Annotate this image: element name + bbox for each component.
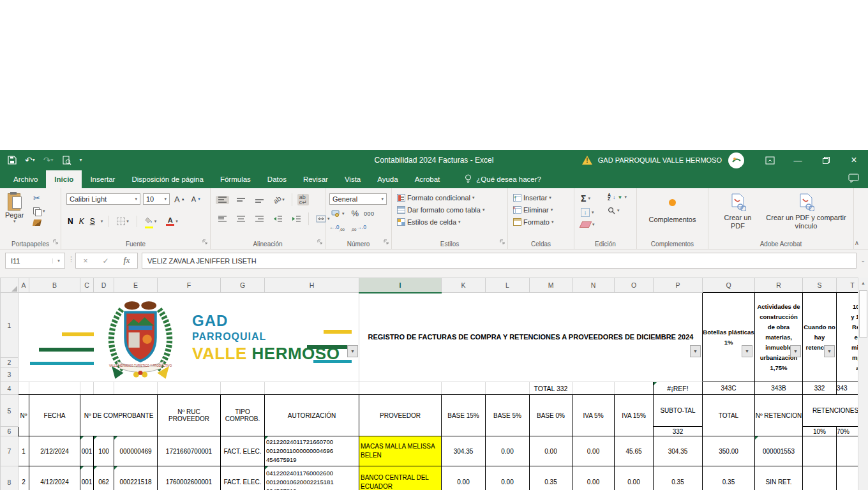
italic-button[interactable]: K [79, 217, 84, 226]
increase-decimal-icon[interactable]: ←.0,00 [329, 224, 345, 232]
header-autorizacion[interactable]: AUTORIZACIÓN [265, 395, 359, 436]
find-select-icon[interactable]: ▾ [608, 207, 627, 214]
cell-r7-proveedor[interactable]: MACAS MALLA MELISSA BELEN [359, 436, 442, 466]
construccion-dropdown[interactable]: ▼ [790, 345, 801, 357]
cell-N4[interactable] [572, 382, 615, 395]
row-header-8[interactable]: 8 [1, 466, 19, 490]
cell-r7-base0[interactable]: 0.00 [530, 436, 572, 466]
logo-cell-dropdown[interactable]: ▼ [347, 345, 358, 357]
col-header-G[interactable]: G [221, 278, 265, 293]
cell-r8-retencion[interactable]: SIN RET. [755, 466, 803, 490]
col-header-I-selected[interactable]: I [359, 278, 442, 293]
row-header-7[interactable]: 7 [1, 436, 19, 466]
increase-indent-icon[interactable] [290, 215, 303, 223]
col-header-E[interactable]: E [114, 278, 158, 293]
header-fecha[interactable]: FECHA [29, 395, 80, 436]
wrap-text-icon[interactable]: abc↵ [297, 194, 309, 205]
font-size-select[interactable]: 10▾ [143, 193, 170, 205]
bold-button[interactable]: N [68, 217, 73, 226]
sin-retencion-dropdown[interactable]: ▼ [824, 345, 835, 357]
comma-style-icon[interactable]: 000 [364, 211, 375, 217]
underline-dropdown[interactable]: ▾ [101, 219, 103, 224]
cell-r7-ruc[interactable]: 1721660700001 [158, 436, 221, 466]
col-header-S[interactable]: S [803, 278, 837, 293]
cell-r7-sec[interactable]: 000000469 [114, 436, 158, 466]
tax-header-botellas[interactable]: Botellas plásticas 1% [703, 293, 755, 382]
fill-icon[interactable]: ↓ [581, 208, 590, 217]
name-box-dropdown-icon[interactable]: ▾ [52, 258, 64, 264]
ribbon-display-options-icon[interactable] [756, 150, 784, 170]
row-header-1[interactable]: 1 [1, 293, 19, 358]
cell-styles-button[interactable]: Estilos de celda▾ [397, 218, 484, 226]
cell-r7-subtotal[interactable]: 304.35 [654, 436, 703, 466]
header-base15[interactable]: BASE 15% [442, 395, 486, 436]
col-header-F[interactable]: F [158, 278, 221, 293]
decrease-font-icon[interactable]: A▼ [190, 193, 203, 205]
tab-inicio[interactable]: Inicio [46, 170, 82, 188]
cell-A4[interactable] [19, 382, 29, 395]
expand-formula-bar-icon[interactable]: ⌄ [860, 257, 865, 264]
col-header-Q[interactable]: Q [703, 278, 755, 293]
header-ruc[interactable]: Nº RUC PROVEEDOR [158, 395, 221, 436]
row-header-2[interactable]: 2 [1, 358, 19, 368]
autosum-icon[interactable]: Σ [581, 193, 586, 204]
logo-cell[interactable]: VALLE HERMOSO TURÍSTICO Y PRODUCTIVO GAD… [19, 293, 359, 382]
cell-r7-retencion[interactable]: 000001553 [755, 436, 803, 466]
print-preview-icon[interactable] [62, 156, 71, 165]
header-comprobante[interactable]: Nº DE COMPROBANTE [80, 395, 158, 436]
minimize-button[interactable]: — [784, 150, 812, 170]
complementos-button[interactable]: Complementos [637, 197, 708, 223]
format-as-table-button[interactable]: Dar formato como tabla▾ [397, 206, 484, 214]
tax-header-sin-retencion[interactable]: Cuando no hay retención [803, 293, 837, 382]
header-proveedor[interactable]: PROVEEDOR [359, 395, 442, 436]
decrease-decimal-icon[interactable]: ,00→.0 [351, 224, 366, 232]
row-header-4[interactable]: 4 [1, 382, 19, 395]
font-color-icon[interactable]: A ▾ [164, 217, 180, 226]
cell-O4[interactable] [615, 382, 654, 395]
col-header-N[interactable]: N [572, 278, 615, 293]
header-subtotal-332[interactable]: 332 [654, 427, 703, 436]
cell-C4[interactable] [80, 382, 94, 395]
cell-r7-autorizacion[interactable]: 0212202401172166070000120011000000004696… [265, 436, 359, 466]
format-painter-icon[interactable] [33, 219, 41, 226]
tab-insertar[interactable]: Insertar [82, 170, 123, 188]
align-top-icon[interactable] [216, 196, 229, 204]
cell-343C[interactable]: 343C [703, 382, 755, 395]
cell-r8-serie[interactable]: 001 [80, 466, 94, 490]
title-cell-dropdown[interactable]: ▼ [690, 345, 701, 357]
col-header-R[interactable]: R [755, 278, 803, 293]
warning-icon[interactable]: ! [581, 156, 593, 165]
cell-r8-fecha[interactable]: 4/12/2024 [29, 466, 80, 490]
cell-E4[interactable] [114, 382, 158, 395]
cell-r8-base0[interactable]: 0.35 [530, 466, 572, 490]
align-left-icon[interactable] [216, 215, 229, 223]
account-name[interactable]: GAD PARROQUIAL VALLE HERMOSO [598, 156, 722, 164]
undo-icon[interactable]: ↶▾ [25, 156, 35, 165]
botellas-dropdown[interactable]: ▼ [742, 345, 752, 357]
clear-icon[interactable] [580, 221, 592, 228]
sort-filter-icon[interactable]: AZ↓▼▾ [608, 193, 627, 201]
fill-color-icon[interactable]: ▾ [143, 214, 159, 229]
cell-r7-s[interactable] [803, 436, 837, 466]
cell-G4[interactable] [221, 382, 265, 395]
tab-datos[interactable]: Datos [259, 170, 295, 188]
vertical-scrollbar[interactable]: ▲ [858, 278, 868, 490]
header-subtotal[interactable]: SUBTO-TAL [654, 395, 703, 427]
col-header-P[interactable]: P [654, 278, 703, 293]
col-header-M[interactable]: M [530, 278, 572, 293]
tell-me-box[interactable]: ¿Qué desea hacer? [465, 170, 541, 188]
cell-r8-proveedor[interactable]: BANCO CENTRAL DEL ECUADOR [359, 466, 442, 490]
estilos-dialog-launcher[interactable] [500, 235, 505, 247]
cell-r8-total[interactable]: 0.35 [703, 466, 755, 490]
cell-r7-serie[interactable]: 001 [80, 436, 94, 466]
tab-formulas[interactable]: Fórmulas [212, 170, 259, 188]
cell-r7-iva15[interactable]: 45.65 [615, 436, 654, 466]
scroll-up-icon[interactable]: ▲ [858, 278, 868, 288]
scrollbar-thumb[interactable] [859, 290, 867, 338]
cell-r8-sec[interactable]: 000221518 [114, 466, 158, 490]
orientation-icon[interactable]: ab▾ [271, 195, 287, 204]
cell-r8-subtotal[interactable]: 0.35 [654, 466, 703, 490]
cell-r7-tipo[interactable]: FACT. ELEC. [221, 436, 265, 466]
header-retencion[interactable]: Nº RETENCION [755, 395, 803, 436]
cell-332[interactable]: 332 [803, 382, 837, 395]
